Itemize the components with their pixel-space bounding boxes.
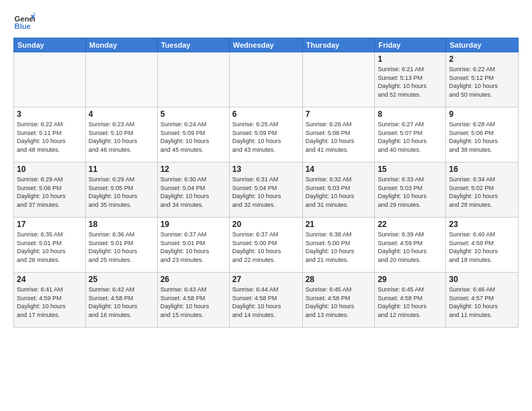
day-info: Sunrise: 6:29 AMSunset: 5:05 PMDaylight:… xyxy=(89,175,154,209)
day-info: Sunrise: 6:29 AMSunset: 5:06 PMDaylight:… xyxy=(17,175,83,209)
calendar-cell xyxy=(302,52,375,107)
day-info: Sunrise: 6:26 AMSunset: 5:08 PMDaylight:… xyxy=(306,120,372,154)
day-number: 3 xyxy=(17,109,83,119)
calendar-cell: 20Sunrise: 6:37 AMSunset: 5:00 PMDayligh… xyxy=(229,218,302,273)
calendar-cell: 17Sunrise: 6:35 AMSunset: 5:01 PMDayligh… xyxy=(14,218,86,273)
calendar-cell: 14Sunrise: 6:32 AMSunset: 5:03 PMDayligh… xyxy=(302,163,375,218)
weekday-header-wednesday: Wednesday xyxy=(229,38,302,52)
day-number: 13 xyxy=(232,165,300,174)
calendar-cell: 10Sunrise: 6:29 AMSunset: 5:06 PMDayligh… xyxy=(14,163,86,218)
weekday-header-tuesday: Tuesday xyxy=(157,38,229,52)
calendar-cell: 27Sunrise: 6:44 AMSunset: 4:58 PMDayligh… xyxy=(229,273,302,328)
week-row-5: 24Sunrise: 6:41 AMSunset: 4:59 PMDayligh… xyxy=(14,273,519,328)
day-number: 24 xyxy=(17,275,83,284)
day-number: 10 xyxy=(17,165,83,174)
weekday-header-row: SundayMondayTuesdayWednesdayThursdayFrid… xyxy=(14,38,519,52)
day-number: 15 xyxy=(378,165,443,174)
calendar-cell: 2Sunrise: 6:22 AMSunset: 5:12 PMDaylight… xyxy=(446,52,519,107)
page: General Blue SundayMondayTuesdayWednesda… xyxy=(0,0,532,411)
week-row-4: 17Sunrise: 6:35 AMSunset: 5:01 PMDayligh… xyxy=(14,218,519,273)
week-row-1: 1Sunrise: 6:21 AMSunset: 5:13 PMDaylight… xyxy=(14,52,519,107)
day-info: Sunrise: 6:38 AMSunset: 5:00 PMDaylight:… xyxy=(306,230,372,264)
calendar-cell: 25Sunrise: 6:42 AMSunset: 4:58 PMDayligh… xyxy=(85,273,157,328)
day-info: Sunrise: 6:45 AMSunset: 4:58 PMDaylight:… xyxy=(306,285,372,319)
day-info: Sunrise: 6:36 AMSunset: 5:01 PMDaylight:… xyxy=(89,230,154,264)
day-info: Sunrise: 6:40 AMSunset: 4:59 PMDaylight:… xyxy=(449,230,515,264)
calendar-cell: 26Sunrise: 6:43 AMSunset: 4:58 PMDayligh… xyxy=(157,273,229,328)
day-number: 26 xyxy=(161,275,226,284)
calendar-cell: 23Sunrise: 6:40 AMSunset: 4:59 PMDayligh… xyxy=(446,218,519,273)
day-number: 27 xyxy=(232,275,300,284)
calendar-cell: 28Sunrise: 6:45 AMSunset: 4:58 PMDayligh… xyxy=(302,273,375,328)
day-info: Sunrise: 6:34 AMSunset: 5:02 PMDaylight:… xyxy=(449,175,515,209)
day-number: 17 xyxy=(17,220,83,229)
day-info: Sunrise: 6:27 AMSunset: 5:07 PMDaylight:… xyxy=(378,120,443,154)
day-info: Sunrise: 6:42 AMSunset: 4:58 PMDaylight:… xyxy=(89,285,154,319)
calendar-cell xyxy=(157,52,229,107)
day-number: 12 xyxy=(161,165,226,174)
day-info: Sunrise: 6:33 AMSunset: 5:03 PMDaylight:… xyxy=(378,175,443,209)
day-info: Sunrise: 6:46 AMSunset: 4:57 PMDaylight:… xyxy=(449,285,515,319)
calendar-cell: 19Sunrise: 6:37 AMSunset: 5:01 PMDayligh… xyxy=(157,218,229,273)
calendar-cell: 4Sunrise: 6:23 AMSunset: 5:10 PMDaylight… xyxy=(85,107,157,163)
day-info: Sunrise: 6:45 AMSunset: 4:58 PMDaylight:… xyxy=(378,285,443,319)
calendar-cell: 16Sunrise: 6:34 AMSunset: 5:02 PMDayligh… xyxy=(446,163,519,218)
day-number: 21 xyxy=(306,220,372,229)
svg-text:Blue: Blue xyxy=(15,22,31,30)
day-number: 6 xyxy=(232,109,300,119)
calendar-cell: 13Sunrise: 6:31 AMSunset: 5:04 PMDayligh… xyxy=(229,163,302,218)
day-info: Sunrise: 6:35 AMSunset: 5:01 PMDaylight:… xyxy=(17,230,83,264)
day-info: Sunrise: 6:30 AMSunset: 5:04 PMDaylight:… xyxy=(161,175,226,209)
calendar: SundayMondayTuesdayWednesdayThursdayFrid… xyxy=(13,38,519,328)
day-info: Sunrise: 6:37 AMSunset: 5:00 PMDaylight:… xyxy=(232,230,300,264)
calendar-cell: 1Sunrise: 6:21 AMSunset: 5:13 PMDaylight… xyxy=(375,52,446,107)
day-number: 20 xyxy=(232,220,300,229)
day-info: Sunrise: 6:39 AMSunset: 4:59 PMDaylight:… xyxy=(378,230,443,264)
day-info: Sunrise: 6:44 AMSunset: 4:58 PMDaylight:… xyxy=(232,285,300,319)
day-info: Sunrise: 6:31 AMSunset: 5:04 PMDaylight:… xyxy=(232,175,300,209)
calendar-cell: 8Sunrise: 6:27 AMSunset: 5:07 PMDaylight… xyxy=(375,107,446,163)
day-info: Sunrise: 6:22 AMSunset: 5:12 PMDaylight:… xyxy=(449,65,515,99)
weekday-header-sunday: Sunday xyxy=(14,38,86,52)
day-info: Sunrise: 6:25 AMSunset: 5:09 PMDaylight:… xyxy=(232,120,300,154)
header: General Blue xyxy=(13,11,519,32)
day-info: Sunrise: 6:21 AMSunset: 5:13 PMDaylight:… xyxy=(378,65,443,99)
day-info: Sunrise: 6:23 AMSunset: 5:10 PMDaylight:… xyxy=(89,120,154,154)
calendar-cell: 21Sunrise: 6:38 AMSunset: 5:00 PMDayligh… xyxy=(302,218,375,273)
day-number: 30 xyxy=(449,275,515,284)
weekday-header-thursday: Thursday xyxy=(302,38,375,52)
calendar-cell: 3Sunrise: 6:22 AMSunset: 5:11 PMDaylight… xyxy=(14,107,86,163)
logo-icon: General Blue xyxy=(13,11,35,32)
day-info: Sunrise: 6:32 AMSunset: 5:03 PMDaylight:… xyxy=(306,175,372,209)
day-number: 22 xyxy=(378,220,443,229)
calendar-cell: 29Sunrise: 6:45 AMSunset: 4:58 PMDayligh… xyxy=(375,273,446,328)
day-number: 11 xyxy=(89,165,154,174)
weekday-header-saturday: Saturday xyxy=(446,38,519,52)
calendar-cell: 18Sunrise: 6:36 AMSunset: 5:01 PMDayligh… xyxy=(85,218,157,273)
calendar-cell: 7Sunrise: 6:26 AMSunset: 5:08 PMDaylight… xyxy=(302,107,375,163)
calendar-cell: 15Sunrise: 6:33 AMSunset: 5:03 PMDayligh… xyxy=(375,163,446,218)
day-number: 29 xyxy=(378,275,443,284)
calendar-cell: 11Sunrise: 6:29 AMSunset: 5:05 PMDayligh… xyxy=(85,163,157,218)
week-row-2: 3Sunrise: 6:22 AMSunset: 5:11 PMDaylight… xyxy=(14,107,519,163)
calendar-cell xyxy=(85,52,157,107)
day-number: 19 xyxy=(161,220,226,229)
day-info: Sunrise: 6:43 AMSunset: 4:58 PMDaylight:… xyxy=(161,285,226,319)
day-number: 16 xyxy=(449,165,515,174)
week-row-3: 10Sunrise: 6:29 AMSunset: 5:06 PMDayligh… xyxy=(14,163,519,218)
day-number: 5 xyxy=(161,109,226,119)
calendar-cell xyxy=(14,52,86,107)
day-number: 23 xyxy=(449,220,515,229)
calendar-cell: 6Sunrise: 6:25 AMSunset: 5:09 PMDaylight… xyxy=(229,107,302,163)
calendar-cell: 24Sunrise: 6:41 AMSunset: 4:59 PMDayligh… xyxy=(14,273,86,328)
day-number: 8 xyxy=(378,109,443,119)
calendar-cell: 22Sunrise: 6:39 AMSunset: 4:59 PMDayligh… xyxy=(375,218,446,273)
calendar-cell xyxy=(229,52,302,107)
day-number: 2 xyxy=(449,54,515,64)
logo: General Blue xyxy=(13,11,35,32)
day-info: Sunrise: 6:22 AMSunset: 5:11 PMDaylight:… xyxy=(17,120,83,154)
calendar-cell: 30Sunrise: 6:46 AMSunset: 4:57 PMDayligh… xyxy=(446,273,519,328)
day-number: 28 xyxy=(306,275,372,284)
calendar-cell: 5Sunrise: 6:24 AMSunset: 5:09 PMDaylight… xyxy=(157,107,229,163)
day-info: Sunrise: 6:28 AMSunset: 5:06 PMDaylight:… xyxy=(449,120,515,154)
